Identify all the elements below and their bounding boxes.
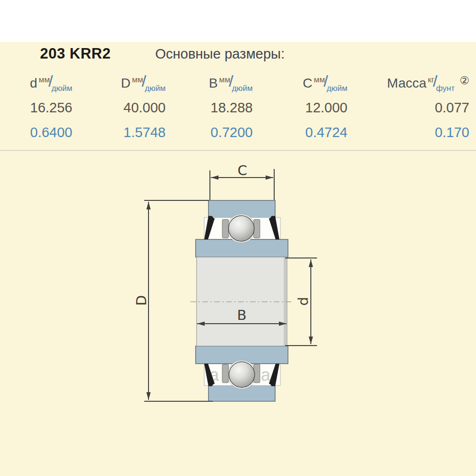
dim-label-B: B <box>237 307 247 323</box>
cage-segment <box>254 219 260 238</box>
arrowhead <box>211 176 218 180</box>
cage-segment <box>222 219 228 238</box>
dim-label-C: C <box>238 162 247 178</box>
arrowhead <box>309 259 313 267</box>
watermark-letter: a <box>261 365 271 385</box>
arrowhead <box>309 337 313 344</box>
bearing-cross-section-drawing: a a <box>0 0 476 476</box>
arrowhead <box>147 202 151 209</box>
dim-label-d: d <box>295 297 311 306</box>
arrowhead <box>147 392 151 400</box>
ball-top <box>228 216 254 241</box>
dim-label-D: D <box>133 295 149 306</box>
ball-bottom <box>229 362 255 387</box>
bearing-spec-page: 203 KRR2 Основные размеры: dмм/дюйм Dмм/… <box>0 0 476 476</box>
arrowhead <box>266 176 273 180</box>
cage-segment <box>222 364 228 383</box>
